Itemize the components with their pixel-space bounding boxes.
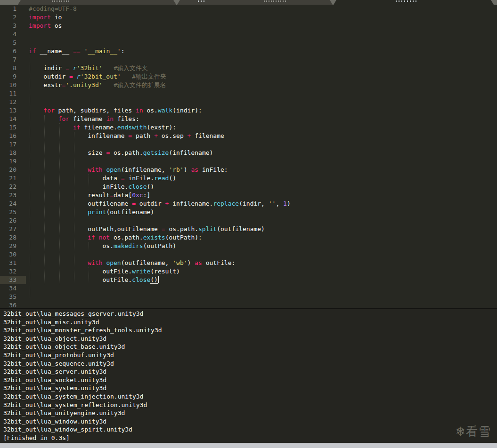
- output-line: 32bit_out\lua_window.unity3d: [3, 417, 497, 426]
- code-text: exstr='.unity3d' #输入文件的扩展名: [26, 81, 166, 89]
- code-line-20[interactable]: 20 with open(infilename, 'rb') as inFile…: [0, 166, 497, 174]
- tab-1[interactable]: [18, 0, 176, 5]
- sublime-text-window: 1#coding=UTF-82import io3import os456if …: [0, 0, 497, 448]
- code-line-10[interactable]: 10 exstr='.unity3d' #输入文件的扩展名: [0, 81, 497, 89]
- code-text: print(outfilename): [26, 208, 154, 216]
- code-text: outdir = r'32bit_out' #输出文件夹: [26, 72, 166, 81]
- output-line: [Finished in 0.3s]: [3, 434, 497, 442]
- line-number: 16: [0, 132, 26, 140]
- code-line-9[interactable]: 9 outdir = r'32bit_out' #输出文件夹: [0, 72, 497, 81]
- code-line-11[interactable]: 11: [0, 89, 497, 98]
- line-number: 34: [0, 284, 26, 293]
- code-text: [26, 30, 29, 39]
- line-number: 24: [0, 200, 26, 208]
- code-rows: 1#coding=UTF-82import io3import os456if …: [0, 5, 497, 308]
- code-line-32[interactable]: 32 outFile.write(result): [0, 267, 497, 276]
- code-line-5[interactable]: 5: [0, 39, 497, 47]
- code-text: [26, 39, 29, 47]
- indent-guide: [59, 123, 60, 284]
- code-line-28[interactable]: 28 if not os.path.exists(outPath):: [0, 233, 497, 242]
- code-line-29[interactable]: 29 os.makedirs(outPath): [0, 242, 497, 250]
- output-line: 32bit_out\lua_socket.unity3d: [3, 376, 497, 384]
- code-text: [26, 157, 29, 166]
- line-number: 35: [0, 293, 26, 301]
- code-text: [26, 98, 29, 106]
- line-number: 11: [0, 89, 26, 98]
- code-line-14[interactable]: 14 for filename in files:: [0, 115, 497, 123]
- code-line-21[interactable]: 21 data = inFile.read(): [0, 174, 497, 183]
- code-line-22[interactable]: 22 inFile.close(): [0, 183, 497, 191]
- line-number: 30: [0, 250, 26, 259]
- code-line-15[interactable]: 15 if filename.endswith(exstr):: [0, 123, 497, 132]
- line-number: 29: [0, 242, 26, 250]
- code-text: if __name__ == '__main__':: [26, 47, 125, 56]
- tab-label-remnant: [198, 0, 206, 2]
- code-line-17[interactable]: 17: [0, 140, 497, 149]
- code-line-31[interactable]: 31 with open(outfilename, 'wb') as outFi…: [0, 259, 497, 267]
- code-text: import io: [26, 13, 62, 22]
- code-line-13[interactable]: 13 for path, subdirs, files in os.walk(i…: [0, 106, 497, 115]
- code-line-34[interactable]: 34: [0, 284, 497, 293]
- line-number: 2: [0, 13, 26, 22]
- code-line-25[interactable]: 25 print(outfilename): [0, 208, 497, 216]
- code-line-18[interactable]: 18 size = os.path.getsize(infilename): [0, 149, 497, 157]
- code-line-7[interactable]: 7: [0, 56, 497, 64]
- code-text: #coding=UTF-8: [26, 5, 77, 13]
- line-number: 26: [0, 216, 26, 225]
- code-line-33[interactable]: 33 outFile.close(): [0, 276, 497, 284]
- code-line-23[interactable]: 23 result=data[0xc:]: [0, 191, 497, 200]
- code-text: indir = r'32bit' #输入文件夹: [26, 64, 148, 72]
- line-number: 10: [0, 81, 26, 89]
- indent-guide: [89, 267, 89, 284]
- code-line-6[interactable]: 6if __name__ == '__main__':: [0, 47, 497, 56]
- output-line: 32bit_out\lua_messages_gserver.unity3d: [3, 310, 497, 318]
- code-line-30[interactable]: 30: [0, 250, 497, 259]
- build-output-panel: 32bit_out\lua_messages_gserver.unity3d32…: [0, 308, 497, 443]
- code-line-36[interactable]: 36: [0, 301, 497, 308]
- output-line: 32bit_out\lua_object_base.unity3d: [3, 343, 497, 351]
- output-line: 32bit_out\lua_protobuf.unity3d: [3, 351, 497, 360]
- code-text: [26, 89, 29, 98]
- kanxue-watermark: ❄ 看雪: [456, 424, 491, 439]
- code-line-19[interactable]: 19: [0, 157, 497, 166]
- code-line-16[interactable]: 16 infilename = path + os.sep + filename: [0, 132, 497, 140]
- line-number: 18: [0, 149, 26, 157]
- code-text: data = inFile.read(): [26, 174, 176, 183]
- indent-guide: [74, 132, 74, 284]
- code-text: if not os.path.exists(outPath):: [26, 233, 202, 242]
- line-number: 20: [0, 166, 26, 174]
- line-number: 7: [0, 56, 26, 64]
- line-number: 9: [0, 72, 26, 81]
- code-line-8[interactable]: 8 indir = r'32bit' #输入文件夹: [0, 64, 497, 72]
- line-number: 32: [0, 267, 26, 276]
- code-text: [26, 293, 29, 301]
- code-text: [26, 301, 29, 308]
- indent-guide: [30, 56, 30, 301]
- line-number: 17: [0, 140, 26, 149]
- code-text: outfilename = outdir + infilename.replac…: [26, 200, 291, 208]
- output-lines: 32bit_out\lua_messages_gserver.unity3d32…: [3, 310, 497, 442]
- code-line-3[interactable]: 3import os: [0, 22, 497, 30]
- code-line-2[interactable]: 2import io: [0, 13, 497, 22]
- line-number: 23: [0, 191, 26, 200]
- code-line-26[interactable]: 26: [0, 216, 497, 225]
- code-line-24[interactable]: 24 outfilename = outdir + infilename.rep…: [0, 200, 497, 208]
- line-number: 36: [0, 301, 26, 308]
- code-line-35[interactable]: 35: [0, 293, 497, 301]
- code-text: size = os.path.getsize(infilename): [26, 149, 213, 157]
- line-number: 33: [0, 276, 26, 284]
- indent-guide: [44, 115, 45, 284]
- tab-bar: [0, 0, 497, 5]
- code-line-12[interactable]: 12: [0, 98, 497, 106]
- line-number: 1: [0, 5, 26, 13]
- code-line-4[interactable]: 4: [0, 30, 497, 39]
- code-text: inFile.close(): [26, 183, 154, 191]
- indent-guide: [89, 174, 89, 191]
- code-line-1[interactable]: 1#coding=UTF-8: [0, 5, 497, 13]
- snowflake-icon: ❄: [456, 424, 464, 438]
- code-editor[interactable]: 1#coding=UTF-82import io3import os456if …: [0, 5, 497, 308]
- output-line: 32bit_out\lua_system_injection.unity3d: [3, 392, 497, 401]
- output-line: 32bit_out\lua_misc.unity3d: [3, 318, 497, 327]
- code-text: infilename = path + os.sep + filename: [26, 132, 224, 140]
- code-line-27[interactable]: 27 outPath,outFilename = os.path.split(o…: [0, 225, 497, 233]
